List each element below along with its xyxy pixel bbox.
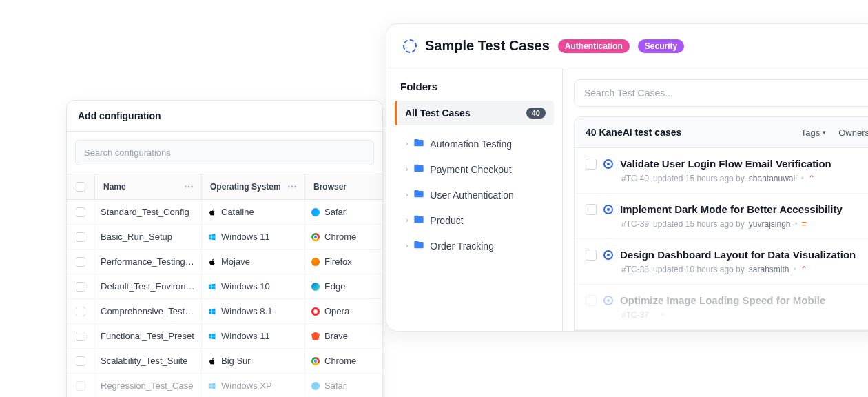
testcases-panel: Sample Test Cases Authentication Securit… bbox=[386, 23, 868, 332]
folder-item[interactable]: ›Order Tracking bbox=[395, 233, 554, 258]
apple-icon bbox=[207, 207, 217, 217]
testcases-header: Sample Test Cases Authentication Securit… bbox=[386, 24, 868, 68]
tag-authentication[interactable]: Authentication bbox=[558, 39, 630, 53]
folder-item[interactable]: ›User Authentication bbox=[395, 182, 554, 207]
row-browser: Chrome bbox=[304, 225, 380, 249]
testcase-updated: updated 15 hours ago by bbox=[653, 174, 745, 183]
row-os: Big Sur bbox=[201, 349, 304, 373]
checkbox[interactable] bbox=[76, 381, 85, 391]
testcases-list-header: 40 KaneAI test cases Tags▾ Owners bbox=[575, 117, 868, 148]
folder-label: Automation Testing bbox=[430, 139, 512, 150]
filter-owners[interactable]: Owners bbox=[838, 128, 868, 138]
folder-all-testcases[interactable]: All Test Cases 40 bbox=[395, 101, 554, 125]
folder-label: User Authentication bbox=[430, 190, 513, 201]
row-os: Windows XP bbox=[201, 374, 304, 397]
col-browser[interactable]: Browser bbox=[304, 174, 380, 199]
col-name[interactable]: Name⋯ bbox=[94, 174, 201, 199]
row-checkbox-cell bbox=[67, 250, 94, 274]
folder-icon bbox=[413, 214, 424, 227]
config-panel: Add configuration Search configurations … bbox=[66, 100, 383, 397]
row-name: Default_Test_Environm... bbox=[94, 274, 201, 298]
testcase-item[interactable]: Validate User Login Flow Email Verificat… bbox=[575, 148, 868, 194]
checkbox[interactable] bbox=[76, 257, 85, 267]
row-os: Cataline bbox=[201, 200, 304, 224]
testcase-item[interactable]: Implement Dark Mode for Better Accessibi… bbox=[575, 194, 868, 239]
folder-item[interactable]: ›Automation Testing bbox=[395, 131, 554, 156]
priority-high-icon: ⌃ bbox=[808, 174, 815, 183]
checkbox[interactable] bbox=[76, 232, 85, 242]
testcase-updated: updated 10 hours ago by bbox=[653, 265, 745, 274]
table-row[interactable]: Basic_Run_SetupWindows 11Chrome bbox=[67, 225, 382, 250]
folder-all-label: All Test Cases bbox=[405, 108, 471, 119]
separator: • bbox=[801, 174, 804, 183]
table-row[interactable]: Comprehensive_Testing...Windows 8.1Opera bbox=[67, 299, 382, 324]
filter-tags[interactable]: Tags▾ bbox=[801, 128, 826, 138]
tag-security[interactable]: Security bbox=[638, 39, 684, 53]
folder-all-count: 40 bbox=[526, 108, 546, 119]
more-icon[interactable]: ⋯ bbox=[184, 181, 193, 192]
chrome-icon bbox=[311, 232, 320, 242]
folder-item[interactable]: ›Product bbox=[395, 207, 554, 233]
windows-icon bbox=[207, 282, 217, 292]
row-checkbox-cell bbox=[67, 275, 94, 298]
windows-icon bbox=[207, 232, 217, 242]
row-name: Performance_Testing_S... bbox=[94, 250, 201, 274]
testcase-updated: updated 15 hours ago by bbox=[653, 219, 745, 229]
chevron-right-icon: › bbox=[406, 140, 408, 147]
row-browser: Opera bbox=[304, 299, 380, 323]
folders-sidebar: Folders All Test Cases 40 ›Automation Te… bbox=[386, 68, 563, 331]
row-name: Scalability_Test_Suite bbox=[94, 349, 201, 373]
testcases-search-input[interactable]: Search Test Cases... bbox=[574, 79, 868, 107]
checkbox[interactable] bbox=[586, 250, 597, 261]
chevron-right-icon: › bbox=[406, 242, 408, 250]
firefox-icon bbox=[311, 257, 320, 267]
checkbox[interactable] bbox=[76, 332, 85, 341]
row-name: Standard_Test_Config bbox=[94, 200, 201, 224]
windows-icon bbox=[207, 381, 217, 391]
more-icon[interactable]: ⋯ bbox=[287, 181, 296, 192]
checkbox[interactable] bbox=[76, 356, 85, 366]
row-browser: Safari bbox=[304, 374, 380, 397]
status-open-icon bbox=[603, 159, 613, 169]
checkbox[interactable] bbox=[586, 204, 597, 215]
priority-high-icon: ⌃ bbox=[800, 265, 807, 274]
table-row[interactable]: Regression_Test_CaseWindows XPSafari bbox=[67, 374, 382, 397]
filter-tags-label: Tags bbox=[801, 128, 820, 138]
checkbox-all[interactable] bbox=[76, 182, 85, 192]
table-row[interactable]: Scalability_Test_SuiteBig SurChrome bbox=[67, 349, 382, 374]
table-row[interactable]: Standard_Test_ConfigCatalineSafari bbox=[67, 200, 382, 225]
testcase-author: yuvrajsingh bbox=[749, 219, 791, 229]
checkbox[interactable] bbox=[76, 282, 85, 292]
priority-medium-icon: = bbox=[802, 219, 807, 229]
checkbox[interactable] bbox=[586, 159, 597, 170]
windows-icon bbox=[207, 332, 217, 341]
config-table-header: Name⋯ Operating System⋯ Browser bbox=[67, 174, 382, 200]
table-row[interactable]: Default_Test_Environm...Windows 10Edge bbox=[67, 274, 382, 299]
testcase-item[interactable]: Optimize Image Loading Speed for Mobile#… bbox=[575, 285, 868, 330]
opera-icon bbox=[311, 307, 320, 316]
row-os: Mojave bbox=[201, 250, 304, 274]
safari-icon bbox=[311, 207, 320, 217]
checkbox[interactable] bbox=[76, 307, 85, 316]
row-checkbox-cell bbox=[67, 374, 94, 398]
table-row[interactable]: Functional_Test_PresetWindows 11Brave bbox=[67, 324, 382, 349]
testcase-item[interactable]: Design Dashboard Layout for Data Visuali… bbox=[575, 239, 868, 285]
table-row[interactable]: Performance_Testing_S...MojaveFirefox bbox=[67, 250, 382, 274]
row-os: Windows 10 bbox=[201, 274, 304, 298]
logo-icon bbox=[403, 39, 417, 53]
col-os[interactable]: Operating System⋯ bbox=[201, 174, 304, 199]
folder-label: Product bbox=[430, 215, 463, 226]
folder-icon bbox=[413, 163, 424, 176]
config-search-input[interactable]: Search configurations bbox=[75, 140, 374, 165]
folder-item[interactable]: ›Payment Checkout bbox=[395, 156, 554, 182]
status-open-icon bbox=[603, 205, 613, 214]
checkbox[interactable] bbox=[76, 207, 85, 217]
folder-icon bbox=[413, 137, 424, 150]
testcase-meta: #TC-39updated 15 hours ago byyuvrajsingh… bbox=[586, 215, 868, 229]
row-browser: Safari bbox=[304, 200, 380, 224]
row-checkbox-cell bbox=[67, 349, 94, 373]
checkbox[interactable] bbox=[586, 295, 597, 306]
folders-title: Folders bbox=[395, 81, 554, 101]
chevron-right-icon: › bbox=[406, 191, 408, 198]
chrome-icon bbox=[311, 356, 320, 366]
